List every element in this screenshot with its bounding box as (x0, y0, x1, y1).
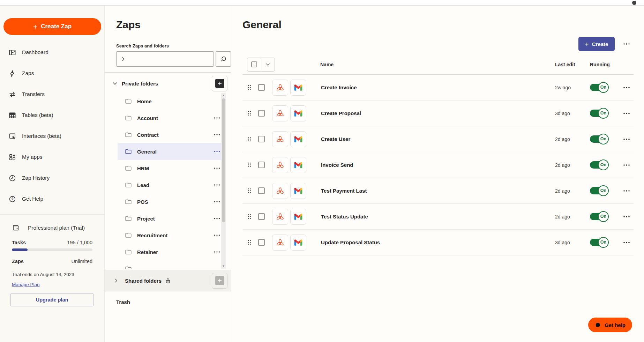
zap-name[interactable]: Create Invoice (310, 84, 545, 90)
scroll-up-arrow[interactable]: ▲ (221, 93, 226, 98)
add-private-folder-button[interactable] (212, 76, 227, 91)
create-zap-button[interactable]: + Create Zap (3, 18, 101, 35)
folder-scrollbar[interactable]: ▲ ▼ (221, 93, 226, 269)
select-dropdown-button[interactable] (261, 58, 275, 71)
search-button[interactable] (216, 51, 231, 67)
folder-menu-icon[interactable] (213, 198, 221, 206)
gmail-icon (294, 109, 303, 118)
zap-name[interactable]: Invoice Send (310, 162, 545, 168)
running-toggle[interactable]: On (590, 108, 609, 119)
sidebar-item-get-help[interactable]: Get Help (0, 188, 104, 209)
zap-row-menu[interactable] (620, 83, 634, 92)
folder-row[interactable]: Project (118, 210, 226, 227)
tasks-label: Tasks (12, 240, 26, 245)
create-button[interactable]: + Create (578, 37, 615, 51)
zap-name[interactable]: Update Proposal Status (310, 239, 545, 245)
row-checkbox[interactable] (258, 84, 265, 91)
scrollbar-thumb[interactable] (222, 98, 225, 222)
sidebar-item-zaps[interactable]: Zaps (0, 63, 104, 84)
row-checkbox[interactable] (258, 110, 265, 117)
scroll-down-arrow[interactable]: ▼ (221, 263, 226, 268)
search-input[interactable] (116, 51, 214, 67)
clock-icon (8, 174, 16, 182)
folder-menu-icon[interactable] (213, 164, 221, 172)
sidebar-item-transfers[interactable]: Transfers (0, 84, 104, 105)
folder-name: Recruitment (137, 232, 168, 238)
sidebar-item-interfaces-beta[interactable]: Interfaces (beta) (0, 126, 104, 147)
zap-row-menu[interactable] (620, 135, 634, 143)
gmail-icon (294, 186, 303, 195)
get-help-button[interactable]: Get help (588, 318, 632, 332)
sidebar-item-tables-beta[interactable]: Tables (beta) (0, 105, 104, 126)
zap-name[interactable]: Create Proposal (310, 110, 545, 116)
drag-handle[interactable] (247, 84, 258, 91)
zap-name[interactable]: Test Status Update (310, 214, 545, 220)
zap-last-edit: 2d ago (545, 162, 586, 168)
drag-handle[interactable] (247, 239, 258, 246)
zap-name[interactable]: Test Payment Last (310, 188, 545, 194)
zap-row-menu[interactable] (620, 213, 634, 221)
add-shared-folder-button[interactable] (212, 273, 227, 289)
folder-menu-icon[interactable] (213, 148, 221, 155)
sidebar-item-my-apps[interactable]: My apps (0, 147, 104, 168)
zap-row-menu[interactable] (620, 161, 634, 169)
running-toggle[interactable]: On (590, 211, 609, 222)
running-toggle[interactable]: On (590, 185, 609, 196)
folder-row-partial[interactable] (118, 260, 226, 269)
folder-row[interactable]: POS (118, 193, 226, 210)
folder-menu-icon[interactable] (213, 131, 221, 139)
folder-row[interactable]: Home (118, 93, 226, 110)
chevron-down-icon[interactable] (112, 81, 118, 86)
drag-handle[interactable] (247, 187, 258, 194)
row-checkbox[interactable] (258, 213, 265, 220)
running-toggle[interactable]: On (590, 159, 609, 171)
user-avatar[interactable] (632, 1, 636, 5)
main-content: General + Create Name Last edit Running (231, 6, 644, 342)
plus-icon (217, 278, 222, 283)
folder-page-title: General (242, 19, 634, 31)
folder-name: Project (137, 216, 155, 222)
folder-row[interactable]: HRM (118, 160, 226, 177)
folder-row[interactable]: Recruitment (118, 227, 226, 244)
running-toggle[interactable]: On (590, 82, 609, 93)
drag-handle[interactable] (247, 110, 258, 117)
row-checkbox[interactable] (258, 187, 265, 194)
select-all-checkbox[interactable] (247, 58, 261, 71)
folder-row[interactable]: Lead (118, 177, 226, 193)
shared-folders-header[interactable]: Shared folders (105, 270, 231, 291)
folder-menu-icon[interactable] (213, 215, 221, 222)
row-checkbox[interactable] (258, 136, 265, 142)
trial-note: Trial ends on August 14, 2023 (12, 272, 92, 277)
row-checkbox[interactable] (258, 162, 265, 168)
manage-plan-link[interactable]: Manage Plan (12, 282, 40, 287)
toggle-on-label: On (598, 134, 609, 144)
zap-rows: Create Invoice 2w ago On Create Proposal… (242, 75, 634, 255)
plus-icon (217, 81, 222, 86)
folder-row[interactable]: General (118, 143, 226, 160)
sidebar-item-zap-history[interactable]: Zap History (0, 168, 104, 188)
folder-row[interactable]: Account (118, 110, 226, 126)
folder-actions-menu[interactable] (620, 40, 634, 48)
folder-menu-icon[interactable] (213, 181, 221, 189)
drag-handle[interactable] (247, 213, 258, 220)
sidebar-item-dashboard[interactable]: Dashboard (0, 42, 104, 63)
private-folders-label: Private folders (122, 81, 158, 87)
row-checkbox[interactable] (258, 239, 265, 246)
zap-name[interactable]: Create User (310, 136, 545, 142)
drag-handle[interactable] (247, 135, 258, 143)
folder-row[interactable]: Contract (118, 126, 226, 143)
upgrade-plan-button[interactable]: Upgrade plan (10, 293, 93, 306)
folder-menu-icon[interactable] (213, 248, 221, 256)
zap-row-menu[interactable] (620, 238, 634, 247)
chevron-right-icon[interactable] (114, 278, 119, 283)
folder-menu-icon[interactable] (213, 231, 221, 239)
folder-menu-icon[interactable] (213, 114, 221, 122)
running-toggle[interactable]: On (590, 237, 609, 248)
drag-handle[interactable] (247, 161, 258, 169)
trash-link[interactable]: Trash (116, 299, 231, 305)
zap-last-edit: 3d ago (545, 111, 586, 116)
zap-row-menu[interactable] (620, 109, 634, 118)
running-toggle[interactable]: On (590, 134, 609, 145)
zap-row-menu[interactable] (620, 187, 634, 195)
folder-row[interactable]: Retainer (118, 244, 226, 260)
